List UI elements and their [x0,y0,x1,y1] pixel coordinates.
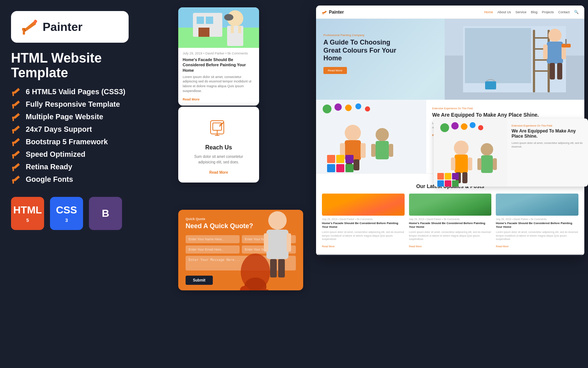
painter-logo-icon [20,18,38,36]
quote-email-input[interactable] [186,245,240,254]
html-num: 5 [26,217,29,223]
preview-area: July 29, 2019 • David Parker • 5k Commen… [173,0,588,368]
svg-rect-24 [198,28,209,37]
svg-rect-76 [376,141,389,159]
blog-meta: July 29, 2019 • David Parker • 5k Commen… [183,52,255,55]
feature-text-3: Multiple Page Website [26,113,103,121]
svg-point-75 [376,128,389,141]
svg-rect-22 [197,17,204,24]
website-hero: Professional Painting Company A Guide To… [316,19,584,100]
color-section-card: Extensive Experience On This Field We Ar… [434,118,588,187]
website-logo: Painter [322,10,344,15]
svg-point-90 [478,125,483,130]
brush-icon-5 [11,137,21,147]
svg-rect-102 [445,173,451,180]
css3-badge: CSS 3 [50,197,83,230]
blog-card-image [178,7,259,48]
nav-service[interactable]: Service [515,10,526,14]
nav-contact[interactable]: Contact [558,10,570,14]
blog-post-2-more[interactable]: Read More [409,245,422,248]
svg-point-34 [240,286,249,290]
svg-rect-82 [327,164,335,172]
blog-post-3-more[interactable]: Read More [496,245,509,248]
svg-point-69 [345,125,361,141]
svg-point-64 [323,105,331,113]
svg-point-65 [334,103,342,111]
hero-subtitle: Professional Painting Company [323,33,397,37]
color-subtitle: Extensive Experience On This Field [512,124,584,127]
feature-text-5: Bootstrap 5 Framework [26,138,108,146]
feature-item: Multiple Page Website [11,112,162,122]
blog-readmore-link[interactable]: Read More [183,98,200,101]
reach-title: Reach Us [186,144,252,151]
svg-point-89 [470,122,476,128]
brush-icon-2 [11,99,21,109]
blog-post-1-more[interactable]: Read More [322,245,335,248]
feature-text-6: Speed Optimized [26,150,85,159]
svg-rect-27 [231,26,234,33]
brush-icon-7 [11,162,21,172]
quote-submit-button[interactable]: Submit [186,276,213,285]
color-section-image [434,118,507,187]
blog-post-3-image [496,194,578,216]
blog-post-3-meta: July 29, 2019 • David Parker • 5k Commen… [496,218,578,220]
nav-blog[interactable]: Blog [531,10,537,14]
blog-card-body: July 29, 2019 • David Parker • 5k Commen… [178,48,259,106]
color-section-content: Extensive Experience On This Field We Ar… [507,118,588,187]
reach-us-card: Reach Us Sum dolor sit amet consetetur a… [178,107,259,183]
svg-rect-31 [213,123,222,130]
blog-card-title: Home's Facade Should Be Considered Befor… [183,57,255,73]
svg-rect-29 [224,14,233,21]
blog-post-1: July 29, 2019 • David Parker • 5k Commen… [322,194,405,249]
feature-item: Bootstrap 5 Framework [11,137,162,147]
quote-card: Quick Quote Need A Quick Quote? Submit [178,210,303,290]
hero-title: A Guide To Choosing Great Colours For Yo… [323,39,397,63]
svg-rect-96 [462,172,467,183]
blog-post-3-title: Home's Facade Should Be Considered Befor… [496,222,578,229]
about-title: We Are Equipped To Make Any Place Shine. [432,112,578,118]
svg-rect-60 [565,39,567,45]
svg-rect-47 [533,30,535,92]
hero-cta-button[interactable]: Read More [323,67,347,74]
logo-name: Painter [43,20,82,34]
nav-home[interactable]: Home [484,10,493,14]
svg-rect-41 [264,233,268,252]
brush-icon-4 [11,124,21,134]
css-num: 3 [65,217,68,223]
svg-point-87 [451,122,459,130]
svg-rect-23 [206,17,213,24]
feature-item: 6 HTML5 Valid Pages (CSS3) [11,86,162,97]
blog-post-1-meta: July 29, 2019 • David Parker • 5k Commen… [322,218,405,220]
nav-search-icon[interactable]: 🔍 [574,10,578,14]
blog-grid: July 29, 2019 • David Parker • 5k Commen… [322,194,578,249]
left-panel: Painter HTML Website Template 6 HTML5 Va… [0,0,173,368]
svg-rect-92 [455,155,468,173]
svg-rect-104 [437,180,444,187]
svg-rect-81 [345,155,354,163]
brush-icon [11,86,21,97]
svg-rect-49 [533,37,550,39]
website-logo-text: Painter [329,10,344,15]
website-nav: Home About Us Service Blog Projects Cont… [484,10,578,14]
svg-rect-100 [493,158,497,170]
feature-text-2: Fully Responsive Template [26,100,120,109]
blog-post-2-desc: Lorem ipsum dolor sit amet, consectetur … [409,230,492,241]
bootstrap-badge: B [89,197,122,230]
feature-text-8: Google Fonts [26,175,73,184]
svg-rect-78 [389,144,393,157]
svg-rect-77 [371,144,376,157]
blog-post-2-meta: July 29, 2019 • David Parker • 5k Commen… [409,218,492,220]
reach-readmore-link[interactable]: Read More [209,170,228,174]
nav-projects[interactable]: Projects [542,10,554,14]
website-header: Painter Home About Us Service Blog Proje… [316,6,584,19]
svg-rect-93 [451,158,455,170]
feature-item: Google Fonts [11,174,162,184]
svg-rect-55 [543,45,548,59]
svg-rect-105 [445,180,451,187]
svg-point-53 [548,29,562,42]
logo-box: Painter [11,11,129,43]
quote-name-input[interactable] [186,235,240,243]
nav-about[interactable]: About Us [497,10,511,14]
feature-item: Fully Responsive Template [11,99,162,109]
brush-icon-3 [11,112,21,122]
